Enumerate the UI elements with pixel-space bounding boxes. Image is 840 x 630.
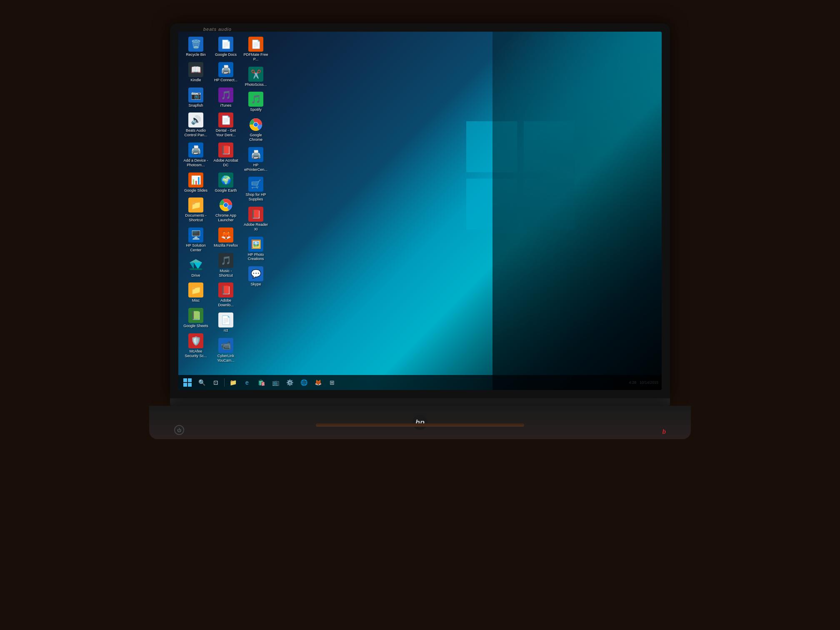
icon-label-spotify: Spotify: [250, 108, 262, 112]
icon-image-google-docs: 📄: [218, 37, 233, 52]
icon-image-google-chrome: [248, 117, 263, 132]
desktop-icon-adobe-acrobat[interactable]: 📕Adobe Acrobat DC: [212, 141, 240, 169]
laptop-hinge: [170, 398, 670, 406]
icon-image-misc: 📁: [188, 282, 203, 298]
icon-label-google-sheets: Google Sheets: [183, 324, 208, 328]
desktop-icon-pdfmate[interactable]: 📄PDFMate Free P...: [242, 35, 270, 63]
hp-logo: hp: [412, 415, 428, 430]
icon-label-adobe-reader: Adobe Reader XI: [243, 222, 268, 232]
desktop-icon-kindle[interactable]: 📖Kindle: [182, 60, 210, 84]
desktop-icon-adobe-download[interactable]: 📕Adobe Downlo...: [212, 281, 240, 309]
task-view-taskbar[interactable]: ⊡: [209, 376, 222, 389]
icon-image-cyberlink: 📹: [218, 338, 233, 353]
firefox-taskbar[interactable]: 🦊: [311, 376, 325, 389]
edge-taskbar[interactable]: e: [240, 376, 254, 389]
media-taskbar[interactable]: 📺: [269, 376, 282, 389]
icon-label-photoscissors: PhotoSciss...: [245, 82, 267, 87]
desktop-icon-misc[interactable]: 📁Misc: [182, 281, 210, 305]
svg-point-10: [254, 122, 258, 127]
desktop-icon-hp-photo-creations[interactable]: 🖼️HP Photo Creations: [242, 235, 270, 263]
icon-image-pdfmate: 📄: [248, 37, 263, 52]
desktop-icon-skype[interactable]: 💬Skype: [242, 265, 270, 288]
icon-label-kindle: Kindle: [190, 78, 201, 82]
icon-image-dental: 📄: [218, 112, 233, 128]
laptop-base: hp ⏻ b: [149, 406, 691, 439]
desktop-icon-photoscissors[interactable]: ✂️PhotoSciss...: [242, 65, 270, 89]
desktop-icon-shop-hp[interactable]: 🛒Shop for HP Supplies: [242, 175, 270, 203]
desktop-icon-google-slides[interactable]: 📊Google Slides: [182, 171, 210, 195]
icon-image-hp-photo-creations: 🖼️: [248, 237, 263, 252]
svg-point-7: [224, 203, 228, 207]
desktop-icon-google-sheets[interactable]: 📗Google Sheets: [182, 306, 210, 330]
icon-label-rct: rct: [224, 328, 228, 333]
icon-label-google-earth: Google Earth: [215, 188, 237, 193]
beats-right-logo: b: [662, 428, 666, 435]
desktop-icon-google-earth[interactable]: 🌍Google Earth: [212, 171, 240, 195]
desktop-icon-hp-eprinter[interactable]: 🖨️HP ePrinterCen...: [242, 145, 270, 174]
desktop-icon-itunes[interactable]: 🎵iTunes: [212, 86, 240, 110]
desktop-icon-google-chrome[interactable]: Google Chrome: [242, 115, 270, 144]
icon-image-skype: 💬: [248, 266, 263, 281]
icon-image-mozilla-firefox: 🦊: [218, 228, 233, 242]
start-button[interactable]: [180, 375, 195, 390]
icon-image-spotify: 🎵: [248, 92, 263, 107]
icon-label-google-chrome: Google Chrome: [243, 133, 268, 142]
icon-label-music-shortcut: Music - Shortcut: [213, 269, 238, 278]
icon-label-hp-connect: HP Connect...: [214, 78, 238, 82]
icon-label-hp-eprinter: HP ePrinterCen...: [243, 163, 268, 172]
desktop-icon-chrome-app[interactable]: Chrome App Launcher: [212, 196, 240, 224]
icon-image-documents-shortcut: 📁: [188, 198, 203, 212]
taskbar: 🔍 ⊡ 📁 e 🛍️ 📺 ⚙️ 🌐 🦊 ⊞ 4:28 10/14/2015: [178, 375, 662, 390]
more-taskbar[interactable]: ⊞: [325, 376, 339, 389]
desktop-icon-mozilla-firefox[interactable]: 🦊Mozilla Firefox: [212, 226, 240, 250]
settings-taskbar[interactable]: ⚙️: [283, 376, 296, 389]
desktop-icon-spotify[interactable]: 🎵Spotify: [242, 90, 270, 114]
desktop-icon-mcafee[interactable]: 🛡️McAfee Security Sc...: [182, 332, 210, 360]
power-button[interactable]: ⏻: [174, 425, 184, 435]
icon-image-shop-hp: 🛒: [248, 177, 263, 192]
desktop-icon-music-shortcut[interactable]: 🎵Music - Shortcut: [212, 251, 240, 280]
laptop: beats audio 🗑️Recycle Bin📖Kindle📷Snapfis…: [128, 23, 712, 607]
icon-label-mozilla-firefox: Mozilla Firefox: [214, 243, 238, 248]
screen: 🗑️Recycle Bin📖Kindle📷Snapfish🔊Beats Audi…: [178, 32, 662, 390]
desktop-icon-snapfish[interactable]: 📷Snapfish: [182, 86, 210, 110]
desktop-icon-rct[interactable]: 📄rct: [212, 311, 240, 335]
screen-bezel: beats audio 🗑️Recycle Bin📖Kindle📷Snapfis…: [170, 23, 670, 398]
desktop-icon-dental[interactable]: 📄Dental - Get Your Dent...: [212, 111, 240, 139]
desktop-icon-add-device[interactable]: 🖨️Add a Device - Photosm...: [182, 141, 210, 169]
icon-image-kindle: 📖: [188, 62, 203, 77]
icon-image-mcafee: 🛡️: [188, 333, 203, 348]
icon-label-adobe-download: Adobe Downlo...: [213, 298, 238, 308]
icon-label-recycle-bin: Recycle Bin: [186, 52, 206, 57]
icon-label-chrome-app: Chrome App Launcher: [213, 213, 238, 222]
icon-label-google-slides: Google Slides: [184, 188, 208, 193]
desktop-icon-google-docs[interactable]: 📄Google Docs: [212, 35, 240, 59]
icon-label-hp-photo-creations: HP Photo Creations: [243, 252, 268, 262]
icon-label-shop-hp: Shop for HP Supplies: [243, 192, 268, 202]
icon-image-adobe-reader: 📕: [248, 207, 263, 222]
icon-image-google-earth: 🌍: [218, 172, 233, 188]
store-taskbar[interactable]: 🛍️: [255, 376, 268, 389]
desktop-icon-hp-solution-center[interactable]: 🖥️HP Solution Center: [182, 226, 210, 254]
icon-label-mcafee: McAfee Security Sc...: [183, 349, 208, 358]
file-explorer-taskbar[interactable]: 📁: [226, 376, 240, 389]
desktop-icon-adobe-reader[interactable]: 📕Adobe Reader XI: [242, 205, 270, 233]
taskbar-time: 4:28: [629, 380, 636, 385]
desktop-icon-beats-audio[interactable]: 🔊Beats Audio Control Pan...: [182, 111, 210, 139]
icon-label-beats-audio: Beats Audio Control Pan...: [183, 128, 208, 138]
desktop-icon-documents-shortcut[interactable]: 📁Documents - Shortcut: [182, 196, 210, 224]
icon-image-google-sheets: 📗: [188, 308, 203, 323]
chrome-taskbar[interactable]: 🌐: [297, 376, 310, 389]
desktop-icon-cyberlink[interactable]: 📹CyberLink YouCam...: [212, 336, 240, 365]
icon-image-recycle-bin: 🗑️: [188, 37, 203, 52]
desktop-icon-drive[interactable]: Drive: [182, 256, 210, 280]
icon-label-add-device: Add a Device - Photosm...: [183, 158, 208, 168]
icon-image-music-shortcut: 🎵: [218, 253, 233, 268]
icon-image-hp-solution-center: 🖥️: [188, 228, 203, 242]
icon-image-hp-connect: 🖨️: [218, 62, 233, 77]
icon-label-snapfish: Snapfish: [188, 103, 203, 108]
desktop-icon-hp-connect[interactable]: 🖨️HP Connect...: [212, 60, 240, 84]
desktop-icon-recycle-bin[interactable]: 🗑️Recycle Bin: [182, 35, 210, 59]
search-taskbar[interactable]: 🔍: [195, 376, 208, 389]
speaker-bar: [316, 423, 524, 427]
